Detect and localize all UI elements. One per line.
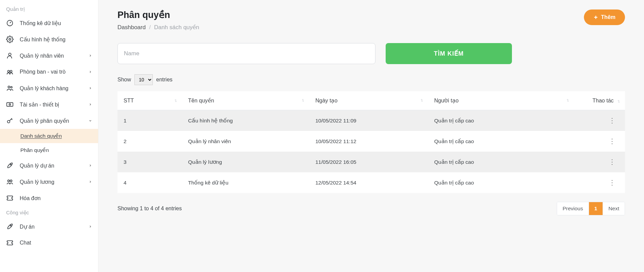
row-actions-button[interactable]: ⋮ xyxy=(609,179,615,186)
sidebar-item-thong-ke[interactable]: Thống kê dữ liệu xyxy=(0,15,98,31)
svg-point-4 xyxy=(10,70,12,72)
sidebar-sub-phan-quyen[interactable]: Phân quyền xyxy=(0,143,98,157)
sort-icon: ↑↓ xyxy=(566,97,568,102)
cell-creator: Quản trị cấp cao xyxy=(428,131,574,152)
cell-actions: ⋮ xyxy=(574,131,625,152)
sidebar-item-phan-quyen[interactable]: Quản lý phân quyền xyxy=(0,113,98,129)
sidebar-item-du-an[interactable]: Quản lý dự án xyxy=(0,157,98,174)
add-button-label: Thêm xyxy=(601,14,615,20)
entries-select[interactable]: 10 xyxy=(134,74,153,85)
th-nguoi-tao[interactable]: Người tạo ↑↓ xyxy=(428,91,574,110)
sidebar-item-label: Quản lý khách hàng xyxy=(20,85,89,92)
th-stt[interactable]: STT ↑↓ xyxy=(117,91,182,110)
sort-icon: ↑↓ xyxy=(420,97,422,102)
sidebar: Quản trị Thống kê dữ liệu Cấu hình hệ th… xyxy=(0,0,98,272)
sort-icon: ↑↓ xyxy=(617,98,619,103)
pager-prev[interactable]: Previous xyxy=(557,202,588,215)
gear-icon xyxy=(6,36,14,43)
sidebar-item-luong[interactable]: Quản lý lương xyxy=(0,174,98,190)
chevron-right-icon xyxy=(89,103,92,106)
sidebar-item-label: Hóa đơn xyxy=(20,195,92,201)
search-row: TÌM KIẾM xyxy=(117,43,625,64)
row-actions-button[interactable]: ⋮ xyxy=(609,117,615,124)
cell-date: 10/05/2022 11:09 xyxy=(309,110,428,131)
users-icon xyxy=(6,84,14,92)
svg-point-3 xyxy=(8,70,10,72)
main-content: Phân quyền Dashboard / Danh sách quyền T… xyxy=(98,0,644,272)
cell-creator: Quản trị cấp cao xyxy=(428,152,574,172)
chevron-right-icon xyxy=(89,225,92,228)
th-ngay-tao[interactable]: Ngày tạo ↑↓ xyxy=(309,91,428,110)
cell-date: 10/05/2022 11:12 xyxy=(309,131,428,152)
chevron-right-icon xyxy=(89,180,92,183)
table-row: 3Quản lý lương11/05/2022 16:05Quản trị c… xyxy=(117,152,625,172)
th-label: Ngày tạo xyxy=(315,98,337,103)
sidebar-sub-danh-sach-quyen[interactable]: Danh sách quyền xyxy=(0,129,98,143)
sidebar-item-label: Quản lý nhân viên xyxy=(20,53,89,59)
sidebar-item-du-an-work[interactable]: Dự án xyxy=(0,218,98,235)
chevron-right-icon xyxy=(89,164,92,167)
pager: Previous 1 Next xyxy=(557,202,625,215)
search-input[interactable] xyxy=(117,43,375,64)
sidebar-item-label: Phân quyền xyxy=(20,147,92,153)
row-actions-button[interactable]: ⋮ xyxy=(609,158,615,165)
breadcrumb-root[interactable]: Dashboard xyxy=(117,24,146,31)
cell-creator: Quản trị cấp cao xyxy=(428,110,574,131)
row-actions-button[interactable]: ⋮ xyxy=(609,138,615,144)
cell-actions: ⋮ xyxy=(574,172,625,193)
sidebar-item-label: Quản lý dự án xyxy=(20,162,89,169)
add-button[interactable]: Thêm xyxy=(584,9,625,25)
cell-creator: Quản trị cấp cao xyxy=(428,172,574,193)
entries-text-label: entries xyxy=(156,77,172,83)
svg-point-12 xyxy=(10,180,12,182)
rocket-icon xyxy=(6,162,14,169)
table-row: 2Quản lý nhân viên10/05/2022 11:12Quản t… xyxy=(117,131,625,152)
table: STT ↑↓ Tên quyền ↑↓ Ngày tạo ↑↓ Người tạ… xyxy=(117,91,625,193)
cell-name: Quản lý nhân viên xyxy=(182,131,309,152)
sidebar-item-cau-hinh[interactable]: Cấu hình hệ thống xyxy=(0,31,98,47)
th-label: STT xyxy=(124,98,134,103)
svg-point-5 xyxy=(8,86,10,88)
sidebar-item-label: Cấu hình hệ thống xyxy=(20,36,92,43)
salary-icon xyxy=(6,178,14,186)
chevron-down-icon xyxy=(89,119,92,122)
sort-icon: ↑↓ xyxy=(301,97,303,102)
header-row: Phân quyền Dashboard / Danh sách quyền T… xyxy=(117,9,625,31)
sidebar-item-tai-san[interactable]: Tài sản - thiết bị xyxy=(0,96,98,113)
sidebar-item-nhan-vien[interactable]: Quản lý nhân viên xyxy=(0,47,98,64)
svg-point-6 xyxy=(11,86,12,88)
cell-actions: ⋮ xyxy=(574,110,625,131)
sidebar-item-hoa-don[interactable]: Hóa đơn xyxy=(0,190,98,206)
cell-name: Thống kê dữ liệu xyxy=(182,172,309,193)
search-button[interactable]: TÌM KIẾM xyxy=(386,43,512,64)
rocket-icon xyxy=(6,223,14,230)
chevron-right-icon xyxy=(89,86,92,90)
svg-point-2 xyxy=(8,53,11,56)
sidebar-item-khach-hang[interactable]: Quản lý khách hàng xyxy=(0,80,98,96)
chat-icon xyxy=(6,239,14,247)
svg-point-1 xyxy=(9,38,11,40)
svg-point-11 xyxy=(8,180,10,182)
plus-icon xyxy=(593,15,598,20)
sidebar-item-phong-ban[interactable]: Phòng ban - vai trò xyxy=(0,64,98,80)
breadcrumb-sep: / xyxy=(149,24,151,31)
svg-rect-7 xyxy=(7,103,13,106)
cell-actions: ⋮ xyxy=(574,152,625,172)
breadcrumb-current: Danh sách quyền xyxy=(154,24,199,31)
sidebar-item-label: Phòng ban - vai trò xyxy=(20,69,89,75)
sidebar-section-work: Công việc xyxy=(0,206,98,218)
pager-page-1[interactable]: 1 xyxy=(589,202,603,215)
sidebar-item-chat[interactable]: Chat xyxy=(0,235,98,251)
sidebar-item-label: Chat xyxy=(20,240,92,246)
footer-info: Showing 1 to 4 of 4 entries xyxy=(117,206,182,212)
sidebar-item-label: Thống kê dữ liệu xyxy=(20,20,92,26)
th-label: Người tạo xyxy=(434,98,459,103)
sidebar-item-label: Dự án xyxy=(20,224,89,230)
pager-next[interactable]: Next xyxy=(603,202,625,215)
sidebar-section-admin: Quản trị xyxy=(0,3,98,15)
th-ten-quyen[interactable]: Tên quyền ↑↓ xyxy=(182,91,309,110)
svg-point-9 xyxy=(7,120,10,123)
th-thao-tac[interactable]: Thao tác ↑↓ xyxy=(574,91,625,110)
cell-stt: 2 xyxy=(117,131,182,152)
entries-show-label: Show xyxy=(117,77,131,83)
